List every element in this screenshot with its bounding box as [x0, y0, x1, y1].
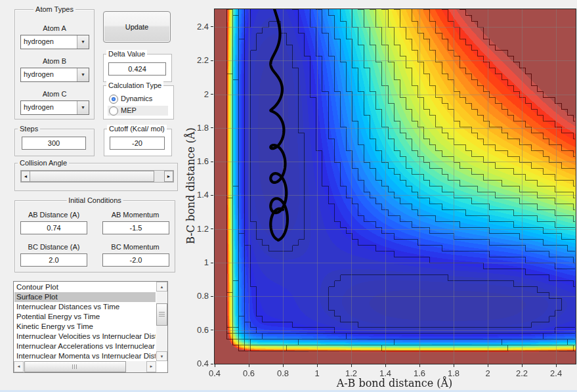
bc-momentum-field[interactable] [102, 253, 169, 267]
dropdown-arrow-icon[interactable]: ▼ [77, 68, 89, 81]
y-tick-mark [211, 127, 213, 128]
scroll-down-icon[interactable]: ▼ [156, 351, 167, 361]
atom-b-dropdown[interactable]: hydrogen ▼ [20, 68, 89, 82]
calculation-type-panel: Calculation Type Dynamics MEP [103, 85, 174, 120]
y-tick-label: 2.4 [182, 22, 209, 32]
x-tick-mark [454, 364, 454, 367]
dropdown-arrow-icon[interactable]: ▼ [77, 35, 89, 49]
y-axis-label: B-C bond distance (Å) [184, 127, 197, 244]
scroll-up-icon[interactable]: ▲ [156, 282, 167, 292]
cutoff-title: Cutoff (Kcal/ mol) [107, 125, 167, 133]
scroll-left-icon[interactable]: ◄ [14, 361, 24, 372]
atom-c-dropdown[interactable]: hydrogen ▼ [20, 100, 89, 115]
list-item[interactable]: Contour Plot [14, 282, 156, 292]
atom-b-value: hydrogen [24, 70, 54, 78]
collision-angle-title: Collision Angle [18, 159, 69, 167]
y-tick-label: 0.8 [182, 291, 209, 301]
update-button[interactable]: Update [103, 11, 171, 43]
list-item[interactable]: Internuclear Distances vs Time [14, 302, 156, 312]
atom-c-value: hydrogen [24, 103, 54, 111]
x-tick-mark [317, 364, 318, 367]
vertical-scrollbar[interactable]: ▲ ▼ [156, 282, 167, 361]
dropdown-arrow-icon[interactable]: ▼ [77, 101, 89, 114]
x-tick-mark [215, 364, 215, 367]
x-tick-label: 2.2 [507, 368, 536, 378]
cutoff-field[interactable] [110, 137, 165, 150]
dynamics-radio-label[interactable]: Dynamics [121, 95, 152, 102]
steps-panel: Steps [14, 129, 95, 156]
atom-a-dropdown[interactable]: hydrogen ▼ [20, 35, 89, 49]
atom-types-title: Atom Types [33, 5, 75, 13]
y-tick-mark [211, 364, 213, 364]
y-tick-mark [211, 162, 213, 162]
ab-momentum-label: AB Momentum [100, 211, 170, 219]
delta-value-field[interactable] [108, 62, 166, 76]
list-item[interactable]: Internuclear Velocities vs Internuclear … [14, 332, 156, 341]
x-tick-mark [488, 364, 488, 367]
initial-conditions-title: Initial Conditions [66, 196, 123, 204]
y-tick-label: 0.4 [182, 359, 209, 368]
x-tick-mark [522, 364, 523, 367]
x-axis-label: A-B bond distance (Å) [296, 377, 493, 389]
x-tick-mark [419, 364, 420, 367]
steps-title: Steps [18, 125, 40, 133]
list-item[interactable]: Potential Energy vs Time [14, 312, 156, 322]
slider-left-arrow-icon[interactable]: ◄ [21, 171, 30, 182]
y-tick-mark [211, 94, 213, 95]
delta-value-title: Delta Value [106, 50, 147, 58]
y-tick-label: 2.2 [182, 55, 209, 65]
atom-a-label: Atom A [15, 24, 94, 32]
y-tick-mark [211, 296, 213, 297]
collision-angle-slider[interactable]: ◄ ► [20, 170, 174, 183]
calculation-type-title: Calculation Type [106, 81, 163, 89]
list-item[interactable]: Surface Plot [14, 292, 156, 302]
delta-value-panel: Delta Value [103, 54, 172, 82]
x-tick-label: 0.6 [234, 368, 263, 378]
atom-a-value: hydrogen [24, 37, 54, 45]
x-tick-label: 2.4 [542, 368, 570, 378]
ab-distance-label: AB Distance (A) [18, 211, 90, 219]
list-item[interactable]: Internuclear Momenta vs Internuclear Dis… [14, 351, 156, 361]
mep-radio[interactable] [109, 106, 118, 116]
y-tick-label: 2 [182, 89, 209, 99]
y-tick-mark [211, 195, 213, 196]
bc-momentum-label: BC Momentum [100, 243, 170, 251]
y-tick-mark [211, 330, 213, 330]
x-tick-mark [283, 364, 284, 367]
x-tick-mark [385, 364, 386, 367]
y-tick-mark [211, 229, 213, 229]
vertical-scroll-thumb[interactable] [156, 303, 167, 326]
slider-right-arrow-icon[interactable]: ► [164, 171, 173, 182]
ab-distance-field[interactable] [20, 221, 87, 234]
list-item[interactable]: Kinetic Energy vs Time [14, 322, 156, 332]
horizontal-scroll-thumb[interactable] [24, 361, 126, 372]
cutoff-panel: Cutoff (Kcal/ mol) [104, 129, 172, 156]
slider-thumb[interactable] [30, 171, 154, 182]
x-tick-mark [556, 364, 557, 367]
y-tick-mark [211, 26, 213, 27]
y-tick-mark [211, 60, 213, 61]
dynamics-radio[interactable] [109, 95, 118, 104]
x-tick-label: 0.4 [200, 368, 229, 378]
contour-plot-canvas [214, 9, 576, 364]
y-tick-label: 1 [182, 257, 209, 267]
scroll-right-icon[interactable]: ► [146, 361, 156, 372]
list-item[interactable]: Internuclear Accelerations vs Internucle… [14, 341, 156, 351]
atom-c-label: Atom C [15, 90, 94, 98]
x-tick-label: 0.8 [268, 368, 297, 378]
steps-field[interactable] [22, 137, 86, 150]
atom-types-panel: Atom Types Atom A hydrogen ▼ Atom B hydr… [14, 9, 95, 120]
initial-conditions-panel: Initial Conditions AB Distance (A) AB Mo… [14, 200, 175, 272]
x-tick-mark [351, 364, 352, 367]
mep-radio-label[interactable]: MEP [121, 106, 137, 114]
horizontal-scrollbar[interactable]: ◄ ► [14, 361, 156, 372]
atom-b-label: Atom B [15, 57, 94, 65]
bc-distance-field[interactable] [20, 253, 87, 267]
plot-type-listbox[interactable]: Contour Plot Surface Plot Internuclear D… [13, 281, 168, 373]
bc-distance-label: BC Distance (A) [18, 243, 90, 251]
collision-angle-panel: Collision Angle ◄ ► [14, 163, 178, 191]
y-tick-mark [211, 263, 213, 263]
matlab-figure-window: Atom Types Atom A hydrogen ▼ Atom B hydr… [0, 0, 577, 392]
ab-momentum-field[interactable] [102, 221, 169, 234]
x-tick-mark [249, 364, 249, 367]
